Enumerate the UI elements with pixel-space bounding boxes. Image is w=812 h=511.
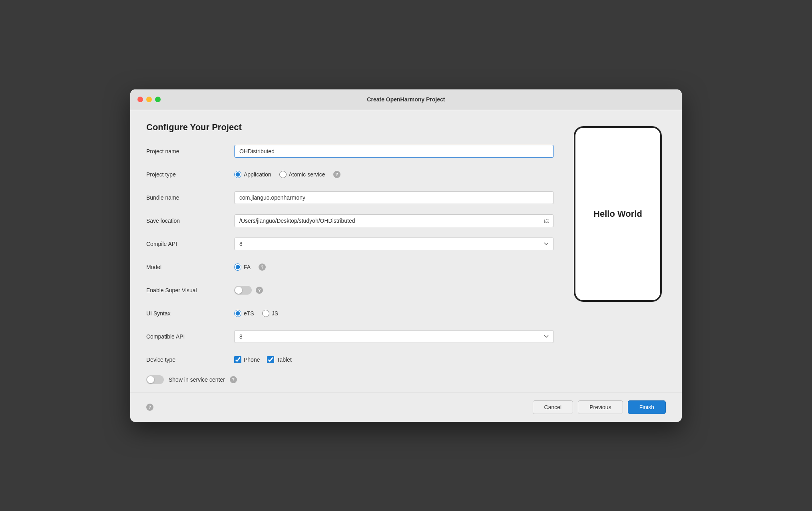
atomic-service-radio[interactable] xyxy=(279,171,287,178)
window-controls xyxy=(137,97,161,102)
show-service-toggle-knob xyxy=(147,376,154,383)
application-option[interactable]: Application xyxy=(234,171,271,178)
maximize-button[interactable] xyxy=(155,97,161,102)
device-type-row: Device type Phone Tablet xyxy=(146,352,554,367)
compile-api-select[interactable]: 8 9 xyxy=(234,238,554,250)
title-bar: Create OpenHarmony Project xyxy=(130,89,682,110)
ui-syntax-control: eTS JS xyxy=(234,310,554,317)
bundle-name-control xyxy=(234,191,554,204)
project-name-control xyxy=(234,145,554,158)
save-location-label: Save location xyxy=(146,218,234,224)
compile-api-label: Compile API xyxy=(146,241,234,247)
super-visual-control: ? xyxy=(234,286,554,295)
device-type-label: Device type xyxy=(146,357,234,363)
save-location-row: Save location 🗂 xyxy=(146,213,554,228)
footer-left: ? xyxy=(146,404,153,411)
js-radio[interactable] xyxy=(262,310,269,317)
application-label: Application xyxy=(244,171,271,178)
project-type-radio-group: Application Atomic service ? xyxy=(234,171,554,178)
window-title: Create OpenHarmony Project xyxy=(367,96,445,103)
tablet-label: Tablet xyxy=(277,357,291,363)
atomic-service-label: Atomic service xyxy=(289,171,325,178)
compatible-api-label: Compatible API xyxy=(146,333,234,340)
compatible-api-select[interactable]: 8 9 xyxy=(234,330,554,343)
bundle-name-row: Bundle name xyxy=(146,190,554,205)
compatible-api-row: Compatible API 8 9 xyxy=(146,329,554,344)
model-label: Model xyxy=(146,264,234,270)
tablet-option[interactable]: Tablet xyxy=(267,356,291,363)
save-location-input[interactable] xyxy=(234,214,554,227)
fa-radio[interactable] xyxy=(234,263,241,271)
footer: ? Cancel Previous Finish xyxy=(130,392,682,422)
compile-api-control: 8 9 xyxy=(234,238,554,250)
show-service-help-icon[interactable]: ? xyxy=(230,376,237,383)
project-type-control: Application Atomic service ? xyxy=(234,171,554,178)
project-type-label: Project type xyxy=(146,171,234,178)
atomic-service-option[interactable]: Atomic service xyxy=(279,171,325,178)
project-name-row: Project name xyxy=(146,144,554,159)
phone-checkbox[interactable] xyxy=(234,356,241,363)
device-type-checkbox-group: Phone Tablet xyxy=(234,356,554,363)
bundle-name-label: Bundle name xyxy=(146,194,234,201)
tablet-checkbox[interactable] xyxy=(267,356,274,363)
fa-label: FA xyxy=(244,264,251,270)
footer-right: Cancel Previous Finish xyxy=(533,400,666,414)
phone-label: Phone xyxy=(244,357,260,363)
ui-syntax-radio-group: eTS JS xyxy=(234,310,554,317)
model-radio-group: FA ? xyxy=(234,263,554,271)
project-name-input[interactable] xyxy=(234,145,554,158)
show-service-label: Show in service center xyxy=(169,376,225,383)
content-area: Configure Your Project Project name Proj… xyxy=(130,110,682,384)
project-type-help-icon[interactable]: ? xyxy=(333,171,340,178)
footer-help-icon[interactable]: ? xyxy=(146,404,153,411)
phone-option[interactable]: Phone xyxy=(234,356,260,363)
ui-syntax-label: UI Syntax xyxy=(146,310,234,317)
previous-button[interactable]: Previous xyxy=(578,400,623,414)
ets-radio[interactable] xyxy=(234,310,241,317)
project-type-row: Project type Application Atomic service … xyxy=(146,167,554,182)
project-name-label: Project name xyxy=(146,148,234,154)
main-window: Create OpenHarmony Project Configure You… xyxy=(130,89,682,422)
model-help-icon[interactable]: ? xyxy=(259,263,266,271)
preview-section: Hello World xyxy=(570,122,666,384)
model-control: FA ? xyxy=(234,263,554,271)
super-visual-toggle[interactable] xyxy=(234,286,252,295)
save-location-control: 🗂 xyxy=(234,214,554,227)
ets-option[interactable]: eTS xyxy=(234,310,254,317)
cancel-button[interactable]: Cancel xyxy=(533,400,573,414)
minimize-button[interactable] xyxy=(146,97,152,102)
form-section: Configure Your Project Project name Proj… xyxy=(146,122,554,384)
super-visual-row: Enable Super Visual ? xyxy=(146,283,554,298)
compatible-api-control: 8 9 xyxy=(234,330,554,343)
show-service-toggle[interactable] xyxy=(146,375,164,384)
page-title: Configure Your Project xyxy=(146,122,554,133)
fa-option[interactable]: FA xyxy=(234,263,251,271)
super-visual-label: Enable Super Visual xyxy=(146,287,234,293)
device-type-control: Phone Tablet xyxy=(234,356,554,363)
application-radio[interactable] xyxy=(234,171,241,178)
toggle-knob xyxy=(235,287,242,294)
compile-api-row: Compile API 8 9 xyxy=(146,236,554,252)
phone-mockup: Hello World xyxy=(574,126,662,302)
js-option[interactable]: JS xyxy=(262,310,278,317)
close-button[interactable] xyxy=(137,97,143,102)
model-row: Model FA ? xyxy=(146,259,554,275)
js-label: JS xyxy=(272,310,278,317)
finish-button[interactable]: Finish xyxy=(628,400,666,414)
hello-world-text: Hello World xyxy=(593,209,642,219)
ui-syntax-row: UI Syntax eTS JS xyxy=(146,306,554,321)
ets-label: eTS xyxy=(244,310,254,317)
folder-icon[interactable]: 🗂 xyxy=(543,217,550,224)
bundle-name-input[interactable] xyxy=(234,191,554,204)
show-service-row: Show in service center ? xyxy=(146,375,554,384)
super-visual-help-icon[interactable]: ? xyxy=(256,287,263,294)
